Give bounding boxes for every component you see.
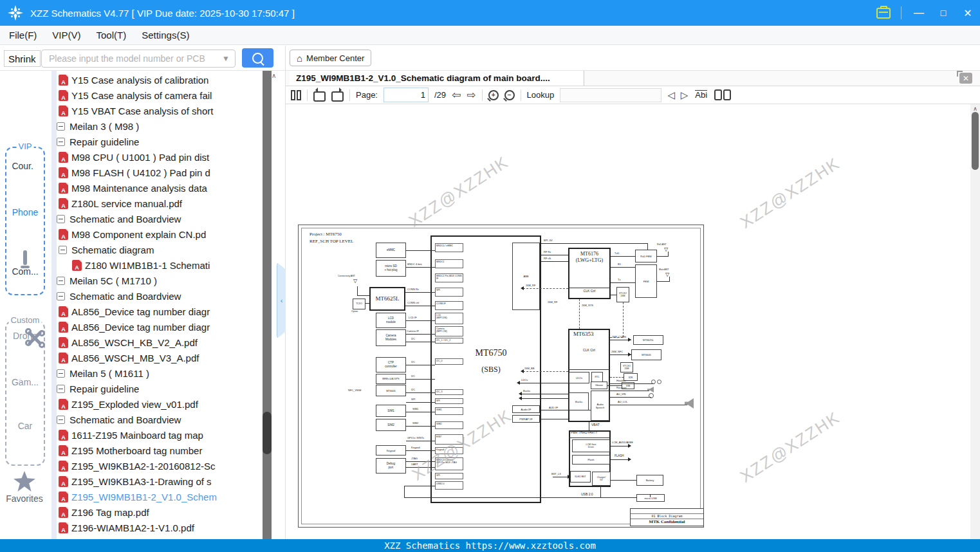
schematic-block-sim1: SIM1 xyxy=(376,405,406,417)
model-search-input[interactable] xyxy=(48,53,222,64)
rotate-right-icon[interactable] xyxy=(331,91,344,102)
schematic-label-i2c: I2C xyxy=(411,375,415,378)
tree-item-z195-wi9mb1b1-2-v1-0-schem[interactable]: AZ195_WI9MB1B1-2_V1.0_Schem xyxy=(57,489,263,504)
tree-item-label: Z195_WI9MB1B1-2_V1.0_Schem xyxy=(71,492,217,502)
match-case-icon[interactable]: Abi xyxy=(695,90,707,100)
app-window: XZZ Schematics V4.77 [ VIP Due date: 202… xyxy=(0,0,980,552)
tree-item-schematic-diagram[interactable]: Schematic diagram xyxy=(57,242,263,257)
tree-item-meilan-5c-m1710[interactable]: Meilan 5C ( M1710 ) xyxy=(57,273,263,288)
schematic-block-sim2: SIM2 xyxy=(376,419,406,431)
zoom-in-icon[interactable]: + xyxy=(488,90,499,100)
two-page-view-icon[interactable] xyxy=(291,90,301,100)
member-center-button[interactable]: ⌂ Member Center xyxy=(290,50,371,66)
menu-item-vip-v[interactable]: VIP(V) xyxy=(52,30,80,41)
viewer-scrollbar[interactable]: ∧ xyxy=(970,104,980,539)
page-number-input[interactable] xyxy=(384,87,429,102)
tree-item-al856-wsch-kb-v2-a-pdf[interactable]: AAL856_WSCH_KB_V2_A.pdf xyxy=(57,335,263,350)
find-previous-icon[interactable]: ◁ xyxy=(667,89,675,101)
schematic-wire xyxy=(568,369,610,370)
sidebar-item-drone[interactable]: Drone xyxy=(6,328,44,341)
tree-scrollbar[interactable] xyxy=(263,71,272,539)
tree-item-repair-guideline[interactable]: Repair guideline xyxy=(57,134,263,149)
collapse-icon[interactable] xyxy=(57,416,65,424)
close-button[interactable]: ✕ xyxy=(961,7,975,19)
tree-item-z195-exploded-view-v01-pdf[interactable]: AZ195_Exploded view_v01.pdf xyxy=(57,396,263,412)
viewer-scroll-up-icon[interactable]: ∧ xyxy=(970,106,980,112)
search-button[interactable] xyxy=(242,48,273,68)
maximize-button[interactable]: □ xyxy=(936,8,950,18)
tree-item-m98-component-explain-cn-pd[interactable]: AM98 Component explain CN.pd xyxy=(57,226,263,242)
tree-item-z196-tag-map-pdf[interactable]: AZ196 Tag map.pdf xyxy=(57,504,263,520)
lookup-input[interactable] xyxy=(560,88,661,102)
vip-briefcase-icon[interactable] xyxy=(876,8,891,19)
zoom-out-icon[interactable]: − xyxy=(504,90,515,100)
collapse-icon[interactable] xyxy=(57,215,65,223)
tree-item-al856-device-tag-number-diagr[interactable]: AAL856_Device tag number diagr xyxy=(57,319,263,335)
model-search-combo[interactable]: ▼ xyxy=(41,50,236,68)
tree-item-z196-wiamb1a2-1-v1-0-pdf[interactable]: AZ196-WIAMB1A2-1-V1.0.pdf xyxy=(57,520,263,535)
menu-item-tool-t[interactable]: Tool(T) xyxy=(97,30,127,41)
menu-item-file-f[interactable]: File(F) xyxy=(9,30,37,41)
tree-item-al856-device-tag-number-diagr[interactable]: AAL856_Device tag number diagr xyxy=(57,304,263,319)
collapse-icon[interactable] xyxy=(57,385,65,393)
tree-item-schematic-and-boardview[interactable]: Schematic and Boardview xyxy=(57,412,263,427)
collapse-icon[interactable] xyxy=(57,277,65,285)
tree-item-m98-cpu-u1001-pad-pin-dist[interactable]: AM98 CPU ( U1001 ) Pad pin dist xyxy=(57,149,263,165)
schematic-label-au-lol: AU_LOL xyxy=(618,401,627,403)
minimize-button[interactable]: — xyxy=(912,7,926,19)
tree-item-meilan-5-m1611[interactable]: Meilan 5 ( M1611 ) xyxy=(57,365,263,381)
close-tab-icon[interactable]: ✕ xyxy=(959,73,972,84)
tree-item-m98-maintenance-analysis-data[interactable]: AM98 Maintenance analysis data xyxy=(57,180,263,196)
schematic-label-rxd-ant: RxD ANT xyxy=(657,244,667,246)
tree-item-1611-z195-mainboard-tag-map[interactable]: A1611-Z195 Mainboard tag map xyxy=(57,427,263,443)
chevron-down-icon[interactable]: ▼ xyxy=(222,54,230,63)
rotate-left-icon[interactable] xyxy=(313,91,326,102)
schematic-block-charger-5v: Charger/ 5V xyxy=(592,472,611,486)
tree-item-y15-case-analysis-of-calibration[interactable]: AY15 Case analysis of calibration xyxy=(57,72,263,87)
sidebar-item-cour[interactable]: Cour... xyxy=(6,158,44,171)
pdf-file-icon: A xyxy=(59,152,68,163)
menu-item-settings-s[interactable]: Settings(S) xyxy=(142,30,189,41)
tree-item-z195-wi9kb1a2-1-20160812-sc[interactable]: AZ195_WI9KB1A2-1-20160812-Sc xyxy=(57,458,263,474)
cpu-pin-spi: SPI xyxy=(435,398,463,404)
sidebar-item-favorites[interactable]: Favorites xyxy=(0,471,49,504)
tree-item-schematic-and-boardview[interactable]: Schematic and Boardview xyxy=(57,288,263,304)
previous-page-icon[interactable]: ⇦ xyxy=(452,89,461,100)
pdf-toolbar: Page: /29 ⇦ ⇨ + − Lookup ◁ ▷ Abi xyxy=(286,86,980,104)
tree-item-schematic-and-boardview[interactable]: Schematic and Boardview xyxy=(57,211,263,226)
collapse-icon[interactable] xyxy=(57,122,65,131)
binoculars-search-icon[interactable] xyxy=(714,89,731,100)
tree-item-m98-flash-u4102-pad-pin-d[interactable]: AM98 FLASH ( U4102 ) Pad pin d xyxy=(57,165,263,180)
collapse-panel-handle[interactable]: ‹ xyxy=(277,262,286,338)
sidebar-item-phone[interactable]: Phone xyxy=(6,205,44,217)
collapse-icon[interactable] xyxy=(57,369,65,378)
collapse-icon[interactable] xyxy=(57,138,65,146)
collapse-icon[interactable] xyxy=(57,292,65,300)
tree-item-y15-vbat-case-analysis-of-short[interactable]: AY15 VBAT Case analysis of short xyxy=(57,103,263,118)
tree-item-z180l-service-manual-pdf[interactable]: AZ180L service manual.pdf xyxy=(57,196,263,211)
tree-scrollbar-thumb[interactable] xyxy=(263,412,272,454)
collapse-icon[interactable] xyxy=(59,246,67,254)
tree-item-y15-case-analysis-of-camera-fail[interactable]: AY15 Case analysis of camera fail xyxy=(57,87,263,103)
tree-item-al856-wsch-mb-v3-a-pdf[interactable]: AAL856_WSCH_MB_V3_A.pdf xyxy=(57,350,263,365)
tree-item-z195-wi9kb1a3-1-drawing-of-s[interactable]: AZ195_WI9KB1A3-1-Drawing of s xyxy=(57,474,263,489)
sidebar-item-com[interactable]: Com... xyxy=(6,252,44,277)
antenna-icon: ▽ xyxy=(664,247,668,252)
sidebar-item-car[interactable]: Car xyxy=(6,418,44,431)
tree-item-repair-guideline[interactable]: Repair guideline xyxy=(57,381,263,396)
viewer-scrollbar-thumb[interactable] xyxy=(972,112,979,170)
next-page-icon[interactable]: ⇨ xyxy=(467,89,476,100)
tree-scroll-up-icon[interactable]: ∧ xyxy=(272,72,276,79)
schematic-label-sim1: SIM1 xyxy=(412,408,418,410)
sidebar-item-gam[interactable]: Gam... xyxy=(6,374,44,387)
schematic-wire xyxy=(600,486,601,497)
find-next-icon[interactable]: ▷ xyxy=(681,89,689,101)
shrink-button[interactable]: Shrink xyxy=(4,50,41,67)
tree-item-z180-wi1mb1b1-1-schemati[interactable]: AZ180 WI1MB1B1-1 Schemati xyxy=(57,257,263,273)
schematic-wire xyxy=(520,383,569,383)
tree-item-meilan-3-m98[interactable]: Meilan 3 ( M98 ) xyxy=(57,118,263,134)
document-tab[interactable]: Z195_WI9MB1B1-2_V1.0_Schematic diagram o… xyxy=(290,71,584,86)
schematic-label-camera-if: Camera IF xyxy=(407,330,419,333)
pdf-page-canvas[interactable]: eMMCmicro SD + hot-plugMT6625LTCXOLCD mo… xyxy=(286,104,970,539)
tree-item-z195-motherboard-tag-number[interactable]: AZ195 Motherboard tag number xyxy=(57,443,263,458)
